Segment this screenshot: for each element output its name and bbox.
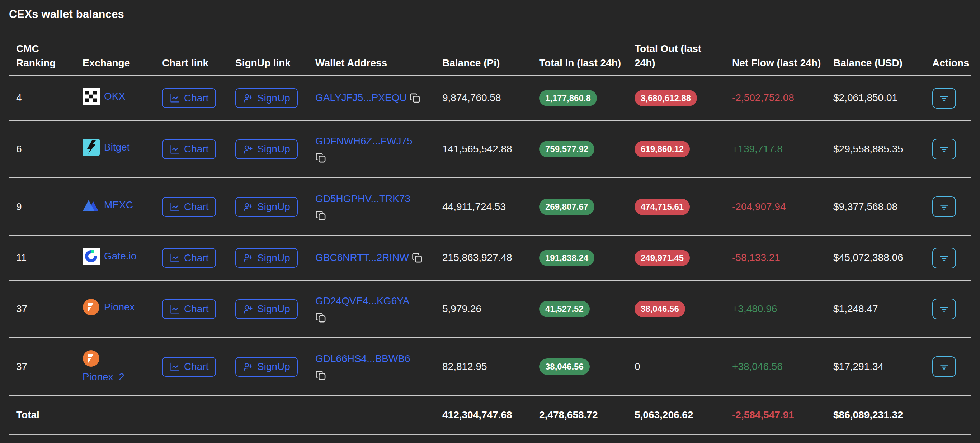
total-in-badge: 191,838.24 (539, 250, 594, 266)
exchange-link[interactable]: OKX (104, 90, 125, 103)
wallet-address-link[interactable]: GDL66HS4...BBWB6 (315, 352, 410, 365)
chart-link-button[interactable]: Chart (162, 197, 216, 217)
table-row: 4OKXChartSignUpGALYJFJ5...PXEQU9,874,760… (9, 76, 971, 121)
wallet-address-link[interactable]: GBC6NRTT...2RINW (315, 251, 409, 264)
row-actions-button[interactable] (932, 197, 956, 217)
total-in-value: 2,478,658.72 (539, 409, 635, 421)
cex-balances-table: CMC RankingExchangeChart linkSignUp link… (9, 35, 971, 435)
chart-link-button[interactable]: Chart (162, 88, 216, 108)
total-out-badge: 3,680,612.88 (635, 90, 697, 106)
user-plus-icon (243, 253, 253, 263)
total-out-badge: 619,860.12 (635, 141, 690, 157)
signup-link-cell: SignUp (235, 248, 315, 268)
wallet-address-link[interactable]: GD24QVE4...KG6YA (315, 295, 410, 308)
user-plus-icon (243, 202, 253, 212)
column-header-net_flow: Net Flow (last 24h) (732, 56, 833, 70)
net-flow-value: -2,502,752.08 (732, 92, 794, 103)
balance-pi-value: 44,911,724.53 (442, 200, 539, 213)
copy-icon (315, 152, 326, 164)
chart-link-cell: Chart (162, 299, 235, 319)
exchange-inner: Pionex_2 (83, 350, 126, 384)
chart-link-button[interactable]: Chart (162, 248, 216, 268)
signup-link-button[interactable]: SignUp (235, 197, 298, 217)
exchange-link[interactable]: MEXC (104, 198, 133, 211)
chart-button-label: Chart (184, 144, 208, 154)
total-net-flow: -2,584,547.91 (732, 409, 833, 421)
table-row: 37PionexChartSignUpGD24QVE4...KG6YA5,979… (9, 281, 971, 338)
pionex-logo-icon (83, 299, 100, 316)
exchange-cell: MEXC (83, 197, 162, 217)
signup-button-label: SignUp (257, 304, 290, 314)
chart-link-button[interactable]: Chart (162, 357, 216, 377)
wallet-address-link[interactable]: GALYJFJ5...PXEQU (315, 91, 407, 104)
row-actions-button[interactable] (932, 88, 956, 109)
column-header-actions: Actions (932, 56, 971, 70)
total-in-badge: 759,577.92 (539, 141, 594, 157)
chart-link-button[interactable]: Chart (162, 299, 216, 319)
table-header-row: CMC RankingExchangeChart linkSignUp link… (9, 35, 971, 76)
signup-link-cell: SignUp (235, 88, 315, 108)
wallet-inner: GDL66HS4...BBWB6 (315, 352, 423, 381)
total-label: Total (16, 409, 83, 421)
signup-link-button[interactable]: SignUp (235, 299, 298, 319)
exchange-link[interactable]: Gate.io (104, 250, 136, 263)
table-row: 37Pionex_2ChartSignUpGDL66HS4...BBWB682,… (9, 338, 971, 396)
total-out-cell: 0 (635, 360, 732, 373)
signup-button-label: SignUp (257, 362, 290, 372)
chart-link-button[interactable]: Chart (162, 140, 216, 159)
total-in-cell: 38,046.56 (539, 359, 635, 375)
signup-link-button[interactable]: SignUp (235, 140, 298, 159)
copy-address-button[interactable] (315, 312, 326, 323)
column-header-balance_usd: Balance (USD) (833, 56, 932, 70)
wallet-address-link[interactable]: GDFNWH6Z...FWJ75 (315, 135, 412, 148)
row-actions-button[interactable] (932, 299, 956, 319)
table-body: 4OKXChartSignUpGALYJFJ5...PXEQU9,874,760… (9, 76, 971, 396)
total-out-value: 0 (635, 361, 640, 372)
exchange-link[interactable]: Pionex (104, 301, 135, 314)
row-actions-button[interactable] (932, 356, 956, 377)
balance-usd-value: $17,291.34 (833, 360, 932, 373)
column-header-wallet: Wallet Address (315, 56, 442, 70)
pionex-logo-icon (83, 350, 100, 367)
exchange-link[interactable]: Pionex_2 (83, 371, 124, 384)
column-header-balance_pi: Balance (Pi) (442, 56, 539, 70)
chart-link-cell: Chart (162, 197, 235, 217)
signup-link-button[interactable]: SignUp (235, 88, 298, 108)
signup-button-label: SignUp (257, 253, 290, 263)
net-flow-value: -204,907.94 (732, 201, 786, 212)
exchange-link[interactable]: Bitget (104, 141, 130, 154)
net-flow-value: +38,046.56 (732, 361, 783, 372)
cex-wallet-balances-page: CEXs wallet balances CMC RankingExchange… (0, 0, 980, 435)
balance-pi-value: 5,979.26 (442, 303, 539, 315)
balance-pi-value: 141,565,542.88 (442, 143, 539, 156)
wallet-address-link[interactable]: GD5HGPHV...TRK73 (315, 192, 410, 205)
row-actions-button[interactable] (932, 139, 956, 159)
actions-cell (932, 88, 971, 109)
filter-icon (939, 144, 949, 154)
copy-address-button[interactable] (315, 210, 326, 221)
okx-logo-icon (83, 88, 100, 105)
chart-button-label: Chart (184, 304, 208, 314)
table-row: 6BitgetChartSignUpGDFNWH6Z...FWJ75141,56… (9, 121, 971, 178)
total-in-cell: 41,527.52 (539, 301, 635, 317)
copy-address-button[interactable] (315, 370, 326, 381)
table-row: 9MEXCChartSignUpGD5HGPHV...TRK7344,911,7… (9, 178, 971, 236)
chart-icon (170, 362, 180, 372)
bitget-logo-icon (83, 139, 100, 156)
exchange-cell: Pionex_2 (83, 350, 162, 384)
copy-address-button[interactable] (410, 92, 421, 103)
row-actions-button[interactable] (932, 248, 956, 268)
copy-address-button[interactable] (315, 152, 326, 164)
signup-link-button[interactable]: SignUp (235, 357, 298, 377)
chart-button-label: Chart (184, 93, 208, 103)
copy-address-button[interactable] (412, 252, 423, 264)
wallet-address-cell: GD24QVE4...KG6YA (315, 295, 442, 323)
signup-link-button[interactable]: SignUp (235, 248, 298, 268)
chart-link-cell: Chart (162, 248, 235, 268)
total-out-badge: 38,046.56 (635, 301, 685, 317)
wallet-inner: GBC6NRTT...2RINW (315, 251, 423, 264)
balance-usd-value: $29,558,885.35 (833, 143, 932, 156)
net-flow-cell: -204,907.94 (732, 200, 833, 213)
cmc-ranking-cell: 11 (16, 251, 83, 264)
filter-icon (939, 304, 949, 314)
